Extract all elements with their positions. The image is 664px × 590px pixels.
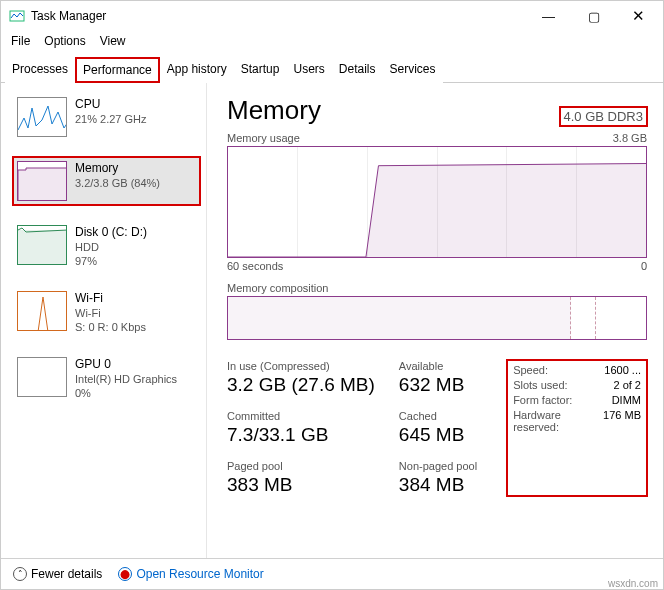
sidebar-gpu-title: GPU 0 [75, 357, 177, 371]
chevron-up-icon: ˄ [13, 567, 27, 581]
watermark: wsxdn.com [608, 578, 658, 589]
minimize-button[interactable]: — [526, 2, 571, 30]
memory-capacity: 4.0 GB DDR3 [560, 107, 647, 126]
available-value: 632 MB [399, 374, 477, 396]
hw-key: Hardware reserved: [513, 409, 591, 433]
committed-value: 7.3/33.1 GB [227, 424, 375, 446]
cpu-sparkline-icon [17, 97, 67, 137]
nonpaged-label: Non-paged pool [399, 460, 477, 472]
memory-sparkline-icon [17, 161, 67, 201]
sidebar-item-cpu[interactable]: CPU 21% 2.27 GHz [13, 93, 200, 141]
sidebar-gpu-sub2: 0% [75, 387, 177, 399]
sidebar-disk-sub1: HDD [75, 241, 147, 253]
maximize-button[interactable]: ▢ [571, 2, 616, 30]
paged-value: 383 MB [227, 474, 375, 496]
sidebar-item-wifi[interactable]: Wi-Fi Wi-Fi S: 0 R: 0 Kbps [13, 287, 200, 337]
form-key: Form factor: [513, 394, 591, 406]
titlebar: Task Manager — ▢ ✕ [1, 1, 663, 31]
sidebar-item-disk[interactable]: Disk 0 (C: D:) HDD 97% [13, 221, 200, 271]
tab-strip: Processes Performance App history Startu… [1, 56, 663, 83]
page-title: Memory [227, 95, 321, 126]
content-body: CPU 21% 2.27 GHz Memory 3.2/3.8 GB (84%) [1, 83, 663, 558]
gpu-sparkline-icon [17, 357, 67, 397]
tab-details[interactable]: Details [332, 57, 383, 83]
axis-left: 60 seconds [227, 260, 283, 272]
stats-area: In use (Compressed) 3.2 GB (27.6 MB) Ava… [227, 360, 647, 496]
sidebar-cpu-title: CPU [75, 97, 147, 111]
tab-app-history[interactable]: App history [160, 57, 234, 83]
sidebar-wifi-sub1: Wi-Fi [75, 307, 146, 319]
sidebar-memory-sub: 3.2/3.8 GB (84%) [75, 177, 160, 189]
footer: ˄ Fewer details ⬤ Open Resource Monitor [1, 558, 663, 589]
slots-key: Slots used: [513, 379, 591, 391]
composition-label: Memory composition [227, 282, 647, 294]
slots-val: 2 of 2 [603, 379, 641, 391]
sidebar-gpu-sub1: Intel(R) HD Graphics [75, 373, 177, 385]
tab-services[interactable]: Services [383, 57, 443, 83]
menu-file[interactable]: File [11, 34, 30, 48]
sidebar-wifi-sub2: S: 0 R: 0 Kbps [75, 321, 146, 333]
tab-startup[interactable]: Startup [234, 57, 287, 83]
in-use-label: In use (Compressed) [227, 360, 375, 372]
sidebar: CPU 21% 2.27 GHz Memory 3.2/3.8 GB (84%) [1, 83, 207, 558]
tab-users[interactable]: Users [286, 57, 331, 83]
form-val: DIMM [603, 394, 641, 406]
sidebar-item-gpu[interactable]: GPU 0 Intel(R) HD Graphics 0% [13, 353, 200, 403]
open-resource-monitor-link[interactable]: ⬤ Open Resource Monitor [118, 567, 263, 581]
sidebar-wifi-title: Wi-Fi [75, 291, 146, 305]
window-title: Task Manager [31, 9, 106, 23]
stats-left: In use (Compressed) 3.2 GB (27.6 MB) Ava… [227, 360, 477, 496]
menubar: File Options View [1, 31, 663, 54]
main-panel: Memory 4.0 GB DDR3 Memory usage 3.8 GB 6… [207, 83, 663, 558]
axis-right: 0 [641, 260, 647, 272]
resource-monitor-icon: ⬤ [118, 567, 132, 581]
stats-right: Speed: 1600 ... Slots used: 2 of 2 Form … [507, 360, 647, 496]
memory-usage-chart [227, 146, 647, 258]
wifi-sparkline-icon [17, 291, 67, 331]
nonpaged-value: 384 MB [399, 474, 477, 496]
hw-val: 176 MB [603, 409, 641, 433]
disk-sparkline-icon [17, 225, 67, 265]
tab-processes[interactable]: Processes [5, 57, 75, 83]
committed-label: Committed [227, 410, 375, 422]
speed-key: Speed: [513, 364, 591, 376]
menu-view[interactable]: View [100, 34, 126, 48]
sidebar-disk-title: Disk 0 (C: D:) [75, 225, 147, 239]
memory-composition-chart [227, 296, 647, 340]
in-use-value: 3.2 GB (27.6 MB) [227, 374, 375, 396]
available-label: Available [399, 360, 477, 372]
tab-performance[interactable]: Performance [75, 57, 160, 83]
sidebar-item-memory[interactable]: Memory 3.2/3.8 GB (84%) [13, 157, 200, 205]
task-manager-window: Task Manager — ▢ ✕ File Options View Pro… [0, 0, 664, 590]
cached-value: 645 MB [399, 424, 477, 446]
close-button[interactable]: ✕ [616, 2, 661, 30]
fewer-details-button[interactable]: ˄ Fewer details [13, 567, 102, 581]
usage-label: Memory usage [227, 132, 300, 144]
svg-rect-1 [18, 230, 67, 265]
paged-label: Paged pool [227, 460, 375, 472]
usage-max: 3.8 GB [613, 132, 647, 144]
sidebar-memory-title: Memory [75, 161, 160, 175]
speed-val: 1600 ... [603, 364, 641, 376]
sidebar-disk-sub2: 97% [75, 255, 147, 267]
app-icon [9, 8, 25, 24]
menu-options[interactable]: Options [44, 34, 85, 48]
cached-label: Cached [399, 410, 477, 422]
sidebar-cpu-sub: 21% 2.27 GHz [75, 113, 147, 125]
